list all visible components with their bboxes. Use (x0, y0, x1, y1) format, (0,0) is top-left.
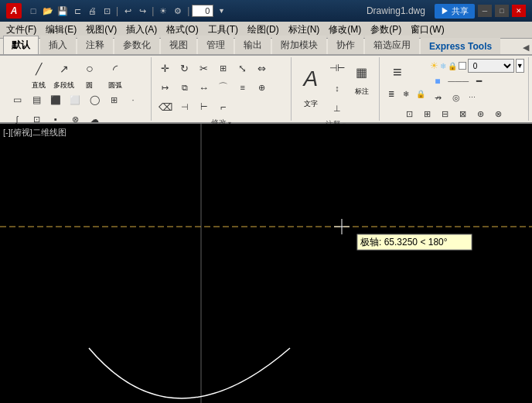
tab-selection[interactable]: 箱选应用 (365, 36, 419, 54)
insert-button[interactable]: ⊞ (104, 91, 123, 109)
undo-button[interactable]: ↩ (121, 4, 135, 18)
polyline-label: 多段线 (53, 80, 74, 91)
scale-button[interactable]: ⤡ (234, 59, 252, 77)
dim-linear-button[interactable]: ⊣⊢ (328, 59, 346, 77)
layer-num-input[interactable]: 0 (192, 5, 213, 17)
text-label: 文字 (304, 99, 318, 109)
match-properties-button[interactable]: ↛ (430, 90, 447, 105)
share-icon[interactable]: ▶ 共享 (435, 4, 475, 19)
gradient-button[interactable]: ⬛ (46, 91, 65, 109)
line-label: 直线 (32, 80, 46, 91)
table-label: 标注 (355, 87, 369, 97)
layer-dropdown[interactable]: 0 (468, 59, 514, 73)
tab-collab[interactable]: 协作 (328, 36, 363, 54)
mirror-button[interactable]: ⇔ (253, 59, 271, 77)
saveas-button[interactable]: ⊏ (70, 4, 84, 18)
tab-insert[interactable]: 插入 (40, 36, 76, 54)
tab-annotate[interactable]: 注释 (77, 36, 113, 54)
redo-button[interactable]: ↪ (135, 4, 149, 18)
offset-button[interactable]: ≡ (234, 78, 252, 97)
layer-sun-icon: ☀ (430, 60, 438, 71)
explode-button[interactable]: ⊕ (253, 78, 271, 97)
layer-dropdown-arrow[interactable]: ▼ (516, 59, 524, 73)
print-button[interactable]: 🖨 (85, 4, 99, 18)
hatch-button[interactable]: ▤ (27, 91, 46, 109)
svg-rect-0 (0, 124, 532, 403)
polyline-icon: ↗ (60, 63, 69, 75)
qa-extra[interactable]: ⊡ (100, 4, 114, 18)
rotate-button[interactable]: ↻ (176, 59, 194, 77)
tab-view[interactable]: 视图 (161, 36, 196, 54)
stretch-button[interactable]: ↔ (195, 78, 213, 97)
maximize-button[interactable]: □ (495, 5, 509, 17)
trim-button[interactable]: ✂ (195, 59, 213, 77)
line-button[interactable]: ╱ (26, 59, 51, 79)
ellipse-button[interactable]: ◯ (85, 91, 104, 109)
extra-layer-btn[interactable]: ⋯ (466, 90, 479, 105)
tab-manage[interactable]: 管理 (198, 36, 234, 54)
layer-properties-small[interactable]: ≣ (384, 87, 398, 101)
copy-button[interactable]: ⧉ (176, 78, 194, 97)
app-icon: A (6, 3, 22, 19)
arc-label: 圆弧 (108, 80, 122, 91)
tab-output[interactable]: 输出 (235, 36, 271, 54)
title-bar: A □ 📂 💾 ⊏ 🖨 ⊡ | ↩ ↪ | ☀ ⚙ | 0 ▼ Drawing1 (0, 0, 532, 22)
layer-icon4[interactable]: ⊠ (455, 106, 472, 121)
erase-button[interactable]: ⌫ (156, 97, 175, 116)
table-button[interactable]: ▦ (349, 59, 375, 85)
move-button[interactable]: ✛ (156, 59, 175, 77)
dim-button[interactable]: ↕ (328, 79, 346, 97)
lineweight-button[interactable]: ━ (472, 74, 487, 88)
tab-express-tools[interactable]: Express Tools (421, 38, 500, 54)
close-button[interactable]: ✕ (512, 5, 526, 17)
boundary-button[interactable]: ⬜ (66, 91, 84, 109)
arc-button[interactable]: ◜ (103, 59, 128, 79)
arc-icon: ◜ (113, 62, 118, 77)
canvas-area[interactable]: 极轴: 65.3250 < 180° [-][俯视]二维线图 (0, 124, 532, 403)
minimize-button[interactable]: ─ (478, 5, 492, 17)
layer-icon5[interactable]: ⊛ (472, 106, 489, 121)
join-button[interactable]: ⊢ (195, 97, 213, 116)
shade-button[interactable]: ☀ (156, 4, 170, 18)
layer-color-swatch (459, 62, 466, 70)
layer-freeze-button[interactable]: ❄ (399, 87, 413, 101)
linetype-button[interactable]: ——— (446, 74, 471, 88)
layer-icon3[interactable]: ⊟ (437, 106, 454, 121)
title: Drawing1.dwg (367, 5, 425, 16)
layer-icon1[interactable]: ⊡ (401, 106, 418, 121)
layer-snowflake-icon: ❄ (440, 62, 446, 70)
svg-text:极轴: 65.3250 < 180°: 极轴: 65.3250 < 180° (360, 237, 448, 248)
layer-icon2[interactable]: ⊞ (419, 106, 436, 121)
tab-parametric[interactable]: 参数化 (114, 36, 159, 54)
text-button[interactable]: A (296, 59, 326, 99)
polyline-button[interactable]: ↗ (52, 59, 77, 79)
canvas-svg: 极轴: 65.3250 < 180° (0, 124, 532, 403)
layer-lock-button[interactable]: 🔒 (414, 87, 428, 101)
tab-addons[interactable]: 附加模块 (272, 36, 326, 54)
tab-default[interactable]: 默认 (3, 36, 39, 54)
workspace-btn[interactable]: ⚙ (171, 4, 185, 18)
dropdown-arrow[interactable]: ▼ (214, 4, 228, 18)
rect-button[interactable]: ▭ (8, 91, 26, 109)
color-button[interactable]: ■ (430, 74, 445, 88)
layer-manager-button[interactable]: ≡ (384, 59, 411, 85)
point-button[interactable]: · (124, 91, 142, 109)
isolate-button[interactable]: ◎ (448, 90, 465, 105)
dim-extra-button[interactable]: ⊥ (328, 99, 346, 118)
save-button[interactable]: 💾 (56, 4, 70, 18)
new-button[interactable]: □ (26, 4, 40, 18)
circle-icon: ○ (86, 62, 94, 76)
array-button[interactable]: ⊞ (214, 59, 233, 77)
chamfer-button[interactable]: ⌐ (214, 97, 233, 116)
break-button[interactable]: ⊣ (176, 97, 194, 116)
layer-icon6[interactable]: ⊗ (490, 106, 507, 121)
circle-button[interactable]: ○ (77, 59, 102, 79)
open-button[interactable]: 📂 (41, 4, 55, 18)
extend-button[interactable]: ↦ (156, 78, 175, 97)
ribbon-group-annotate: A 文字 ⊣⊢ ↕ ⊥ ▦ 标注 注释 ▾ (292, 57, 380, 121)
line-icon: ╱ (36, 63, 42, 75)
ribbon-collapse-btn[interactable]: ◀ (520, 41, 532, 54)
circle-label: 圆 (86, 80, 93, 91)
main-layout: A □ 📂 💾 ⊏ 🖨 ⊡ | ↩ ↪ | ☀ ⚙ | 0 ▼ Drawing1 (0, 0, 532, 403)
fillet-button[interactable]: ⌒ (214, 78, 233, 97)
